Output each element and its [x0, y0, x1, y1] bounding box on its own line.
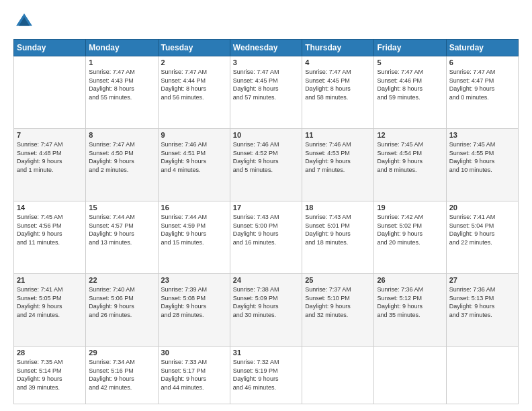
day-info: Sunrise: 7:46 AM Sunset: 4:52 PM Dayligh… [233, 140, 299, 174]
day-number: 27 [449, 276, 515, 284]
day-info: Sunrise: 7:47 AM Sunset: 4:50 PM Dayligh… [89, 140, 154, 174]
day-info: Sunrise: 7:45 AM Sunset: 4:55 PM Dayligh… [449, 140, 515, 174]
day-number: 20 [449, 203, 515, 212]
day-number: 3 [233, 58, 299, 66]
calendar-cell: 11Sunrise: 7:46 AM Sunset: 4:53 PM Dayli… [302, 129, 374, 201]
day-number: 8 [89, 131, 154, 139]
day-info: Sunrise: 7:35 AM Sunset: 5:14 PM Dayligh… [17, 358, 83, 392]
calendar-cell: 21Sunrise: 7:41 AM Sunset: 5:05 PM Dayli… [14, 274, 86, 347]
day-number: 23 [161, 276, 227, 284]
header [13, 11, 519, 32]
day-number: 11 [305, 131, 371, 139]
day-number: 10 [233, 131, 299, 139]
calendar-cell: 5Sunrise: 7:47 AM Sunset: 4:46 PM Daylig… [374, 56, 446, 129]
calendar-week-row: 28Sunrise: 7:35 AM Sunset: 5:14 PM Dayli… [14, 347, 519, 404]
day-info: Sunrise: 7:43 AM Sunset: 5:00 PM Dayligh… [233, 213, 299, 246]
calendar-cell: 25Sunrise: 7:37 AM Sunset: 5:10 PM Dayli… [302, 274, 374, 347]
day-number: 14 [17, 203, 83, 212]
calendar-cell: 9Sunrise: 7:46 AM Sunset: 4:51 PM Daylig… [158, 129, 230, 201]
calendar-cell [14, 56, 86, 129]
calendar-cell: 17Sunrise: 7:43 AM Sunset: 5:00 PM Dayli… [230, 201, 302, 274]
calendar-cell: 4Sunrise: 7:47 AM Sunset: 4:45 PM Daylig… [302, 56, 374, 129]
calendar-cell: 2Sunrise: 7:47 AM Sunset: 4:44 PM Daylig… [158, 56, 230, 129]
day-number: 4 [305, 58, 371, 66]
day-info: Sunrise: 7:44 AM Sunset: 4:57 PM Dayligh… [89, 213, 154, 246]
calendar-cell: 8Sunrise: 7:47 AM Sunset: 4:50 PM Daylig… [86, 129, 158, 201]
day-info: Sunrise: 7:36 AM Sunset: 5:12 PM Dayligh… [377, 285, 443, 319]
day-info: Sunrise: 7:45 AM Sunset: 4:56 PM Dayligh… [17, 213, 83, 246]
day-number: 28 [17, 349, 83, 357]
weekday-header-monday: Monday [86, 40, 158, 56]
calendar-cell: 30Sunrise: 7:33 AM Sunset: 5:17 PM Dayli… [158, 347, 230, 404]
day-info: Sunrise: 7:41 AM Sunset: 5:05 PM Dayligh… [17, 285, 83, 319]
calendar-cell: 26Sunrise: 7:36 AM Sunset: 5:12 PM Dayli… [374, 274, 446, 347]
day-number: 5 [377, 58, 443, 66]
calendar-cell: 23Sunrise: 7:39 AM Sunset: 5:08 PM Dayli… [158, 274, 230, 347]
calendar-cell [302, 347, 374, 404]
calendar-cell: 16Sunrise: 7:44 AM Sunset: 4:59 PM Dayli… [158, 201, 230, 274]
calendar-cell [446, 347, 518, 404]
weekday-header-friday: Friday [374, 40, 446, 56]
calendar-cell: 22Sunrise: 7:40 AM Sunset: 5:06 PM Dayli… [86, 274, 158, 347]
day-number: 16 [161, 203, 227, 212]
day-info: Sunrise: 7:38 AM Sunset: 5:09 PM Dayligh… [233, 285, 299, 319]
day-number: 30 [161, 349, 227, 357]
day-info: Sunrise: 7:47 AM Sunset: 4:48 PM Dayligh… [17, 140, 83, 174]
day-info: Sunrise: 7:47 AM Sunset: 4:46 PM Dayligh… [377, 68, 443, 101]
calendar-cell: 1Sunrise: 7:47 AM Sunset: 4:43 PM Daylig… [86, 56, 158, 129]
day-info: Sunrise: 7:40 AM Sunset: 5:06 PM Dayligh… [89, 285, 154, 319]
calendar-cell: 18Sunrise: 7:43 AM Sunset: 5:01 PM Dayli… [302, 201, 374, 274]
day-number: 17 [233, 203, 299, 212]
day-number: 26 [377, 276, 443, 284]
calendar-table: SundayMondayTuesdayWednesdayThursdayFrid… [13, 39, 519, 404]
day-number: 7 [17, 131, 83, 139]
calendar-cell: 29Sunrise: 7:34 AM Sunset: 5:16 PM Dayli… [86, 347, 158, 404]
calendar-cell: 7Sunrise: 7:47 AM Sunset: 4:48 PM Daylig… [14, 129, 86, 201]
day-number: 2 [161, 58, 227, 66]
day-info: Sunrise: 7:36 AM Sunset: 5:13 PM Dayligh… [449, 285, 515, 319]
weekday-header-saturday: Saturday [446, 40, 518, 56]
day-number: 18 [305, 203, 371, 212]
day-info: Sunrise: 7:47 AM Sunset: 4:43 PM Dayligh… [89, 68, 154, 101]
calendar-week-row: 21Sunrise: 7:41 AM Sunset: 5:05 PM Dayli… [14, 274, 519, 347]
calendar-cell: 15Sunrise: 7:44 AM Sunset: 4:57 PM Dayli… [86, 201, 158, 274]
day-number: 24 [233, 276, 299, 284]
day-info: Sunrise: 7:46 AM Sunset: 4:53 PM Dayligh… [305, 140, 371, 174]
day-number: 25 [305, 276, 371, 284]
day-number: 13 [449, 131, 515, 139]
logo-icon [13, 11, 35, 32]
day-number: 29 [89, 349, 154, 357]
day-number: 12 [377, 131, 443, 139]
day-info: Sunrise: 7:42 AM Sunset: 5:02 PM Dayligh… [377, 213, 443, 246]
day-info: Sunrise: 7:44 AM Sunset: 4:59 PM Dayligh… [161, 213, 227, 246]
calendar-week-row: 7Sunrise: 7:47 AM Sunset: 4:48 PM Daylig… [14, 129, 519, 201]
day-info: Sunrise: 7:47 AM Sunset: 4:45 PM Dayligh… [233, 68, 299, 101]
calendar-cell: 28Sunrise: 7:35 AM Sunset: 5:14 PM Dayli… [14, 347, 86, 404]
day-number: 22 [89, 276, 154, 284]
day-number: 31 [233, 349, 299, 357]
day-info: Sunrise: 7:37 AM Sunset: 5:10 PM Dayligh… [305, 285, 371, 319]
calendar-cell: 6Sunrise: 7:47 AM Sunset: 4:47 PM Daylig… [446, 56, 518, 129]
weekday-header-sunday: Sunday [14, 40, 86, 56]
day-info: Sunrise: 7:41 AM Sunset: 5:04 PM Dayligh… [449, 213, 515, 246]
day-info: Sunrise: 7:47 AM Sunset: 4:44 PM Dayligh… [161, 68, 227, 101]
day-info: Sunrise: 7:47 AM Sunset: 4:45 PM Dayligh… [305, 68, 371, 101]
page: SundayMondayTuesdayWednesdayThursdayFrid… [0, 0, 532, 411]
calendar-cell: 19Sunrise: 7:42 AM Sunset: 5:02 PM Dayli… [374, 201, 446, 274]
logo [13, 11, 39, 32]
day-number: 15 [89, 203, 154, 212]
calendar-week-row: 14Sunrise: 7:45 AM Sunset: 4:56 PM Dayli… [14, 201, 519, 274]
weekday-header-wednesday: Wednesday [230, 40, 302, 56]
day-info: Sunrise: 7:47 AM Sunset: 4:47 PM Dayligh… [449, 68, 515, 101]
day-info: Sunrise: 7:45 AM Sunset: 4:54 PM Dayligh… [377, 140, 443, 174]
weekday-header-thursday: Thursday [302, 40, 374, 56]
calendar-cell: 3Sunrise: 7:47 AM Sunset: 4:45 PM Daylig… [230, 56, 302, 129]
calendar-cell: 31Sunrise: 7:32 AM Sunset: 5:19 PM Dayli… [230, 347, 302, 404]
day-info: Sunrise: 7:46 AM Sunset: 4:51 PM Dayligh… [161, 140, 227, 174]
calendar-header-row: SundayMondayTuesdayWednesdayThursdayFrid… [14, 40, 519, 56]
calendar-week-row: 1Sunrise: 7:47 AM Sunset: 4:43 PM Daylig… [14, 56, 519, 129]
day-number: 1 [89, 58, 154, 66]
calendar-cell: 27Sunrise: 7:36 AM Sunset: 5:13 PM Dayli… [446, 274, 518, 347]
calendar-cell: 24Sunrise: 7:38 AM Sunset: 5:09 PM Dayli… [230, 274, 302, 347]
day-number: 6 [449, 58, 515, 66]
